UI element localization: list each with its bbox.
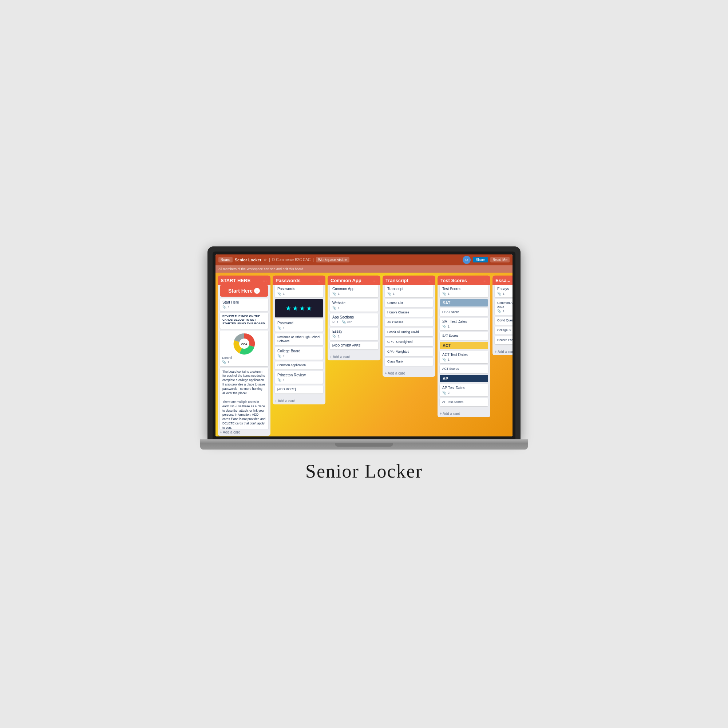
card-common-application[interactable]: Common Application (275, 361, 323, 369)
add-card-passwords[interactable]: + Add a card (273, 398, 326, 404)
control-text: Control (222, 356, 266, 360)
card-add-more-passwords[interactable]: [ADD MORE] (275, 385, 323, 393)
card-essays[interactable]: Essays 📎 1 (495, 285, 512, 297)
card-meta-passwords: 📎 1 (277, 292, 321, 295)
share-button[interactable]: Share (473, 257, 488, 262)
card-review[interactable]: REVIEW THE INFO ON THE CARDS BELOW TO GE… (220, 313, 268, 329)
card-honors-classes[interactable]: Honors Classes (385, 309, 433, 317)
card-control[interactable]: GPA Control 📎 1 (220, 330, 268, 366)
column-menu-start[interactable]: ··· (262, 278, 268, 284)
star-icon[interactable]: ☆ (263, 258, 267, 262)
card-meta-app-sections: ☑ 1 📎 6/7 (332, 320, 376, 324)
column-menu-transcript[interactable]: ··· (427, 278, 433, 284)
card-college-supplemental[interactable]: College Supplementa... (495, 327, 512, 335)
card-essay[interactable]: Essay 📎 1 (330, 327, 378, 340)
card-test-scores[interactable]: Test Scores 📎 1 (440, 285, 488, 297)
add-card-transcript[interactable]: + Add a card (382, 370, 435, 377)
column-body-essays: Essays 📎 1 Common App Essay 2022-2023 📎 … (492, 285, 512, 348)
breadcrumb: | (269, 258, 270, 262)
card-psat[interactable]: PSAT Score (440, 308, 488, 316)
add-card-start[interactable]: + Add a card (218, 429, 271, 436)
sat-section-label: SAT (440, 299, 488, 306)
covid-question-text: Covid Question (Opt... (497, 318, 512, 323)
card-naviance[interactable]: Naviance or Other High School Software (275, 333, 323, 346)
card-app-sections[interactable]: App Sections ☑ 1 📎 6/7 (330, 314, 378, 326)
add-other-apps-text: [ADD OTHER APPS] (332, 344, 376, 348)
card-meta-test-scores: 📎 1 (442, 292, 486, 295)
card-website[interactable]: Website 📎 1 (330, 299, 378, 312)
card-title-common-app: Common App (332, 287, 376, 291)
card-meta-transcript: 📎 1 (387, 292, 431, 295)
review-text: REVIEW THE INFO ON THE CARDS BELOW TO GE… (222, 315, 266, 326)
card-title-passwords: Passwords (277, 287, 321, 291)
card-record-essay[interactable]: Record Essay Ideas h... (495, 336, 512, 344)
workspace-button[interactable]: Workspace visible (316, 257, 349, 262)
honors-classes-text: Honors Classes (387, 310, 431, 315)
column-title-passwords: Passwords (275, 278, 301, 283)
read-me-button[interactable]: Read Me (490, 257, 509, 262)
column-body-common-app: Common App 📎 1 Website 📎 1 App Sections … (327, 285, 380, 354)
card-meta-act-dates: 📎 1 (442, 358, 486, 361)
card-princeton[interactable]: Princeton Review 📎 1 (275, 371, 323, 384)
column-title-essays: Essa... (496, 278, 510, 283)
card-title-essay: Essay (332, 329, 376, 333)
column-body-start: Start Here ↓ Start Here 📎 1 REVIEW THE I… (218, 285, 271, 429)
act-section-label: ACT (440, 342, 488, 349)
card-meta-princeton: 📎 1 (277, 378, 321, 382)
card-covid-question[interactable]: Covid Question (Opt... (495, 317, 512, 325)
laptop-notch (335, 443, 393, 447)
column-header-passwords: Passwords ··· (273, 275, 326, 285)
card-common-app-essay[interactable]: Common App Essay 2022-2023 📎 1 (495, 299, 512, 315)
column-common-app: Common App ··· Common App 📎 1 Website 📎 … (327, 275, 380, 361)
board-button[interactable]: Board (219, 257, 232, 262)
column-title-start: START HERE (220, 278, 251, 283)
card-sat-dates[interactable]: SAT Test Dates 📎 1 (440, 318, 488, 330)
card-sat-scores[interactable]: SAT Scores (440, 332, 488, 340)
card-title-website: Website (332, 301, 376, 305)
card-meta: 📎 1 (222, 305, 266, 309)
card-meta-control: 📎 1 (222, 360, 266, 364)
card-password-image[interactable]: ★★★★ (275, 299, 323, 317)
card-ap-dates[interactable]: AP Test Dates 📎 2 (440, 384, 488, 396)
column-test-scores: Test Scores ··· Test Scores 📎 1 SAT PSAT… (437, 275, 490, 418)
card-act-scores[interactable]: ACT Scores (440, 365, 488, 373)
add-card-common-app[interactable]: + Add a card (327, 353, 380, 360)
card-gpa-unweighted[interactable]: GPA - Unweighted (385, 338, 433, 346)
add-card-essays[interactable]: + Add a card (492, 348, 512, 355)
card-common-app[interactable]: Common App 📎 1 (330, 285, 378, 297)
pie-svg: GPA (233, 333, 255, 355)
avatar: U (463, 256, 471, 264)
card-passwords[interactable]: Passwords 📎 1 (275, 285, 323, 297)
column-body-transcript: Transcript 📎 1 Course List Honors Classe… (382, 285, 435, 370)
laptop-screen-bezel: Board Senior Locker ☆ | D-Commerce B2C C… (213, 252, 515, 439)
card-gpa-weighted[interactable]: GPA - Weighted (385, 348, 433, 356)
gpa-weighted-text: GPA - Weighted (387, 350, 431, 354)
card-ap-classes[interactable]: AP Classes (385, 318, 433, 327)
board-area[interactable]: START HERE ··· Start Here ↓ Start Here (216, 273, 512, 436)
down-arrow-icon: ↓ (254, 288, 260, 294)
card-college-board[interactable]: College Board 📎 1 (275, 347, 323, 359)
card-act-dates[interactable]: ACT Test Dates 📎 1 (440, 351, 488, 363)
column-header-essays: Essa... ··· (492, 275, 512, 285)
column-menu-test-scores[interactable]: ··· (482, 278, 487, 284)
card-class-rank[interactable]: Class Rank (385, 358, 433, 366)
start-here-card[interactable]: Start Here ↓ (220, 285, 268, 297)
card-start-here[interactable]: Start Here 📎 1 (220, 298, 268, 311)
column-menu-passwords[interactable]: ··· (317, 278, 323, 284)
start-here-title: Start Here ↓ (223, 288, 265, 294)
record-essay-text: Record Essay Ideas h... (497, 338, 512, 343)
card-transcript[interactable]: Transcript 📎 1 (385, 285, 433, 297)
card-pass-fail[interactable]: Pass/Fail During Covid (385, 328, 433, 336)
column-menu-common-app[interactable]: ··· (372, 278, 378, 284)
card-ap-scores[interactable]: AP Test Scores (440, 398, 488, 406)
add-card-test-scores[interactable]: + Add a card (437, 410, 490, 417)
column-body-passwords: Passwords 📎 1 ★★★★ Password 📎 1 (273, 285, 326, 398)
ap-section-label: AP (440, 375, 488, 382)
desc-text: The board contains a column for each of … (222, 370, 266, 429)
card-add-other-apps[interactable]: [ADD OTHER APPS] (330, 342, 378, 350)
card-course-list[interactable]: Course List (385, 299, 433, 307)
card-password[interactable]: Password 📎 1 (275, 319, 323, 332)
card-title-test-scores: Test Scores (442, 287, 486, 291)
card-description[interactable]: The board contains a column for each of … (220, 368, 268, 429)
column-essays: Essa... ··· Essays 📎 1 Common App Essay … (492, 275, 512, 355)
